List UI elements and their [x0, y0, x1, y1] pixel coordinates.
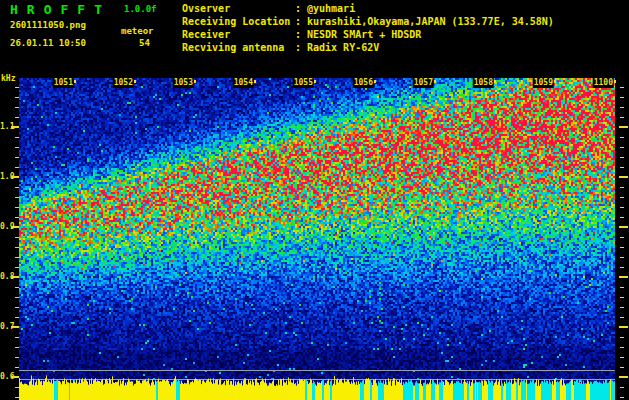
freq-tick-right — [620, 267, 624, 268]
info-separator: : — [295, 41, 307, 54]
spectrogram-canvas — [19, 78, 615, 400]
freq-tick-left — [15, 137, 19, 138]
info-label: Receiver — [182, 28, 295, 41]
freq-tick-right — [620, 247, 624, 248]
station-info-row: Receiving Location:kurashiki,Okayama,JAP… — [182, 15, 554, 28]
freq-tick-right — [619, 276, 628, 278]
freq-tick-right — [620, 297, 624, 298]
freq-tick-left — [15, 337, 19, 338]
time-label: 1057 — [413, 78, 434, 88]
freq-tick-right — [620, 397, 624, 398]
freq-tick-left — [15, 187, 19, 188]
freq-tick-left — [15, 87, 19, 88]
freq-tick-right — [620, 187, 624, 188]
freq-tick-left — [15, 267, 19, 268]
time-label: 1052 — [113, 78, 134, 88]
freq-tick-right — [619, 376, 628, 378]
meteor-count-label: meteor — [121, 26, 154, 36]
freq-tick-right — [620, 287, 624, 288]
freq-tick-right — [620, 207, 624, 208]
freq-tick-left — [11, 226, 19, 228]
station-info-row: Receiver:NESDR SMArt + HDSDR — [182, 28, 554, 41]
freq-tick-right — [620, 137, 624, 138]
time-label: 1053 — [173, 78, 194, 88]
time-label: 1058 — [473, 78, 494, 88]
freq-tick-left — [15, 117, 19, 118]
freq-tick-left — [15, 157, 19, 158]
freq-tick-right — [620, 87, 624, 88]
minute-tick — [434, 80, 436, 83]
info-separator: : — [295, 2, 307, 15]
minute-tick — [74, 80, 76, 83]
time-label: 1056 — [353, 78, 374, 88]
freq-tick-right — [620, 117, 624, 118]
freq-tick-left — [15, 397, 19, 398]
freq-tick-left — [11, 326, 19, 328]
info-value: Radix RY-62V — [307, 42, 379, 53]
freq-tick-left — [15, 247, 19, 248]
minute-tick — [254, 80, 256, 83]
freq-tick-right — [620, 347, 624, 348]
freq-tick-right — [619, 226, 628, 228]
freq-tick-left — [15, 307, 19, 308]
freq-tick-left — [15, 217, 19, 218]
info-separator: : — [295, 15, 307, 28]
app-version: 1.0.0f — [124, 4, 157, 14]
freq-tick-right — [620, 337, 624, 338]
freq-tick-left — [15, 367, 19, 368]
time-label: 1100 — [593, 78, 614, 88]
freq-tick-right — [620, 387, 624, 388]
station-info-row: Recviving antenna:Radix RY-62V — [182, 41, 554, 54]
station-info: Ovserver:@yuhmari Receiving Location:kur… — [182, 2, 554, 54]
freq-tick-left — [15, 387, 19, 388]
freq-tick-right — [620, 237, 624, 238]
freq-tick-right — [620, 367, 624, 368]
freq-tick-right — [620, 307, 624, 308]
minute-tick — [134, 80, 136, 83]
freq-axis-unit-label: kHz — [1, 74, 15, 83]
freq-tick-left — [15, 107, 19, 108]
info-value: kurashiki,Okayama,JAPAN (133.77E, 34.58N… — [307, 16, 554, 27]
freq-tick-right — [620, 257, 624, 258]
freq-tick-left — [11, 126, 19, 128]
minute-tick — [614, 80, 616, 83]
freq-tick-left — [15, 147, 19, 148]
minute-tick — [554, 80, 556, 83]
info-label: Ovserver — [182, 2, 295, 15]
freq-tick-right — [620, 317, 624, 318]
freq-tick-right — [620, 167, 624, 168]
minute-tick — [494, 80, 496, 83]
freq-tick-left — [15, 197, 19, 198]
freq-tick-right — [620, 217, 624, 218]
freq-tick-left — [11, 376, 19, 378]
meteor-count-value: 54 — [139, 38, 150, 48]
freq-tick-left — [15, 357, 19, 358]
freq-tick-left — [11, 176, 19, 178]
freq-tick-left — [15, 317, 19, 318]
freq-tick-left — [15, 287, 19, 288]
minute-tick — [374, 80, 376, 83]
freq-tick-left — [15, 347, 19, 348]
freq-tick-left — [11, 276, 19, 278]
freq-tick-right — [620, 357, 624, 358]
app-title: HROFFT — [10, 2, 111, 17]
freq-tick-right — [619, 326, 628, 328]
info-separator: : — [295, 28, 307, 41]
time-label: 1055 — [293, 78, 314, 88]
observation-datetime: 26.01.11 10:50 — [10, 38, 86, 48]
info-label: Receiving Location — [182, 15, 295, 28]
freq-tick-left — [15, 237, 19, 238]
freq-tick-right — [620, 147, 624, 148]
freq-tick-left — [15, 297, 19, 298]
time-label: 1054 — [233, 78, 254, 88]
freq-tick-left — [15, 167, 19, 168]
freq-tick-left — [15, 97, 19, 98]
freq-tick-right — [620, 197, 624, 198]
time-label: 1051 — [53, 78, 74, 88]
freq-tick-right — [619, 126, 628, 128]
freq-tick-left — [15, 257, 19, 258]
minute-tick — [194, 80, 196, 83]
station-info-row: Ovserver:@yuhmari — [182, 2, 554, 15]
freq-tick-right — [620, 157, 624, 158]
minute-tick — [314, 80, 316, 83]
